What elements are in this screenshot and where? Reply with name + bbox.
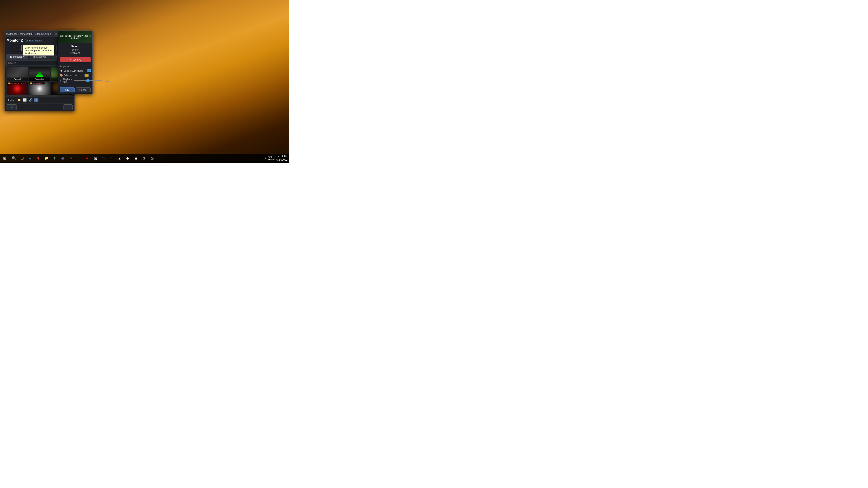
taskbar-explorer[interactable]: 📁 [42, 154, 50, 162]
grid-item-cue1[interactable]: 🐱 CUE ENABLED [6, 82, 28, 96]
date-display: 5/24/2022 [276, 158, 287, 162]
clock[interactable]: 4:14 PM 5/24/2022 [276, 155, 287, 162]
taskbar-search[interactable]: 🔍 [10, 154, 18, 162]
weather-icon: ☀ [265, 157, 267, 160]
playlist-add-btn[interactable]: + [34, 98, 38, 102]
taskbar-right: ☀ 73°F Sunny 4:14 PM 5/24/2022 [265, 155, 289, 162]
tooltip-text: Click here to discover new wallpapers fr… [25, 46, 52, 55]
taskbar: ⊞ 🔍 ❑ e G 📁 T ◉ ♨ ⬡ ◆ 🖼 Ps ♫ ▲ ◆ ◉ S ◎ ☀… [0, 154, 289, 163]
playlist-link-btn[interactable]: 🔗 [29, 98, 33, 102]
taskbar-chrome[interactable]: G [34, 154, 42, 162]
playlist-folder-btn[interactable]: 📁 [17, 98, 21, 102]
condition: Sunny [268, 158, 275, 161]
led-effects-row: 💡 Enable LED effects [60, 69, 91, 72]
popup-wallpaper-info: Beach Scene Everyone [58, 43, 92, 56]
weather-widget[interactable]: ☀ 73°F Sunny [265, 156, 275, 161]
taskbar-spotify[interactable]: ♫ [107, 154, 115, 162]
wallpaper-audience: Everyone [60, 52, 91, 54]
taskbar-taskview[interactable]: ❑ [18, 154, 26, 162]
wallpaper-type: Scene [60, 48, 91, 51]
playback-label: Playback rate [63, 78, 72, 83]
properties-section: Properties 💡 Enable LED effects 🎨 Scheme… [58, 64, 92, 86]
search-workshop-hint[interactable]: Click here to search the Workshop in det… [58, 31, 92, 43]
beach-info-panel: « Click here to search the Workshop in d… [58, 31, 93, 94]
remove-button[interactable]: ✕ Remove [60, 57, 91, 62]
start-button[interactable]: ⊞ [0, 154, 9, 163]
led-icon: 💡 [60, 69, 63, 72]
taskbar-app2[interactable]: ◆ [124, 154, 131, 162]
color-swatch[interactable] [85, 74, 89, 77]
panel-expand-button[interactable]: « [54, 31, 58, 37]
remove-wallpaper-button[interactable]: ✕ [6, 104, 17, 110]
properties-title: Properties [60, 65, 91, 68]
taskbar-edge[interactable]: e [26, 154, 34, 162]
discover-tab-label: Discover [36, 55, 46, 58]
cancel-button[interactable]: Cancel [76, 88, 91, 92]
color-dropdown-icon[interactable]: ▾ [90, 74, 91, 76]
led-checkbox[interactable] [88, 69, 91, 72]
installed-tab-icon: ⊞ [10, 55, 12, 58]
discover-tab-icon: ◉ [33, 55, 35, 58]
taskbar-app3[interactable]: ◉ [132, 154, 140, 162]
taskbar-app4[interactable]: ◎ [148, 154, 156, 162]
taskbar-photoshop[interactable]: Ps [99, 154, 107, 162]
window-title: Wallpaper Engine 2.0.98 - Steam Edition [6, 33, 51, 35]
monitor-title: Monitor 2 [6, 38, 23, 42]
taskbar-discord[interactable]: ◉ [59, 154, 66, 162]
playback-value: 100 [104, 79, 110, 82]
taskbar-red-app[interactable]: ◆ [83, 154, 91, 162]
footer-buttons: ✕ ↑ [5, 103, 74, 111]
cue-badge-2: 🐱 CUE ENABLED [29, 82, 45, 85]
popup-preview-area[interactable]: Click here to search the Workshop in det… [58, 31, 92, 43]
playback-rate-row: ▶ Playback rate 100 [60, 78, 91, 83]
taskbar-icons: 🔍 ❑ e G 📁 T ◉ ♨ ⬡ ◆ 🖼 Ps ♫ ▲ ◆ ◉ S ◎ [9, 154, 157, 162]
audiophile-label: Audiophile [29, 77, 50, 80]
wallpaper-name: Beach [60, 44, 91, 48]
time-display: 4:14 PM [276, 155, 287, 158]
weather-text: 73°F Sunny [268, 156, 275, 161]
installed-tab-arrow: ▾ [23, 55, 25, 58]
taskbar-app1[interactable]: ▲ [116, 154, 123, 162]
upload-wallpaper-button[interactable]: ↑ [63, 104, 73, 110]
playback-slider[interactable] [73, 80, 102, 81]
taskbar-photos[interactable]: 🖼 [91, 154, 99, 162]
workshop-tab-icon: ⬡ [55, 55, 57, 58]
playlist-label: Playlist [6, 99, 14, 101]
monitor-icon-1[interactable]: □ [13, 45, 22, 51]
scheme-label: Scheme color [64, 74, 84, 76]
arsenal-label: Arsenal [7, 77, 28, 80]
installed-tab-label: Installed [13, 55, 23, 58]
playlist-copy-btn[interactable]: ⬜ [23, 98, 27, 102]
taskbar-steam2[interactable]: S [140, 154, 148, 162]
grid-item-audiophile[interactable]: Audiophile [29, 67, 50, 81]
temperature: 73°F [268, 156, 275, 158]
ok-button[interactable]: OK [60, 88, 74, 92]
search-hint-text: Click here to search the Workshop in det… [59, 35, 92, 39]
choose-display-button[interactable]: Choose display [25, 39, 41, 42]
color-icon: 🎨 [60, 74, 63, 77]
cue-badge-1: 🐱 CUE ENABLED [7, 82, 23, 85]
remove-button-label: ✕ Remove [69, 58, 81, 61]
taskbar-battlenet[interactable]: ⬡ [75, 154, 83, 162]
scheme-color-row: 🎨 Scheme color ▾ [60, 74, 91, 77]
popup-footer: OK Cancel [58, 86, 92, 94]
taskbar-teams[interactable]: T [51, 154, 58, 162]
grid-item-cue2[interactable]: 🐱 CUE ENABLED [29, 82, 50, 96]
taskbar-steam[interactable]: ♨ [67, 154, 74, 162]
grid-item-arsenal[interactable]: Arsenal [6, 67, 28, 81]
tooltip-discover: Click here to discover new wallpapers fr… [23, 45, 54, 56]
play-icon: ▶ [60, 79, 61, 82]
playlist-row: Playlist 📁 ⬜ 🔗 + [5, 96, 74, 103]
led-label: Enable LED effects [64, 70, 87, 72]
